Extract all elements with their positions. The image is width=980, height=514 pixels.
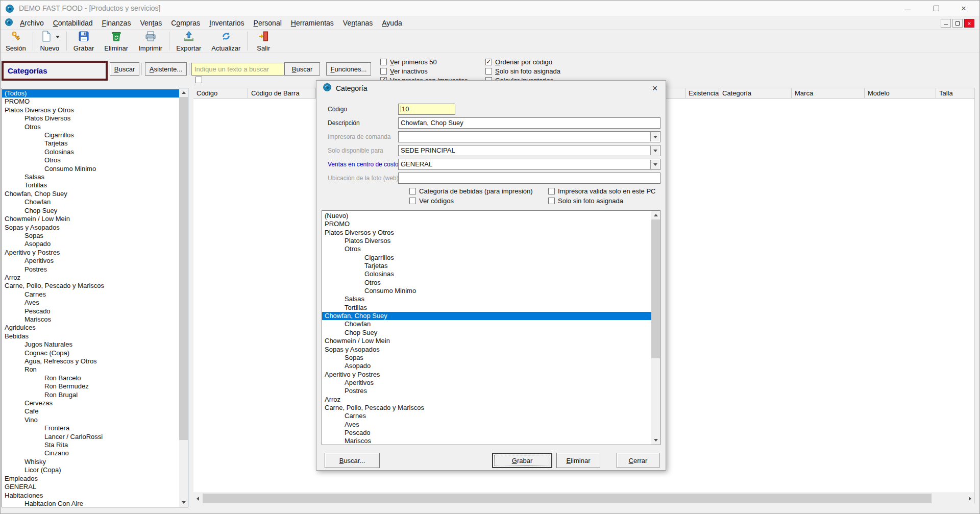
checkbox-box[interactable] bbox=[409, 198, 416, 204]
scroll-down-arrow[interactable] bbox=[179, 498, 188, 507]
tree-item[interactable]: Chop Suey bbox=[2, 207, 180, 215]
tree-item[interactable]: Ron Barcelo bbox=[2, 374, 180, 382]
checkbox-categor-a-de-bebidas-para-impresi-n-[interactable]: Categoría de bebidas (para impresión) bbox=[409, 187, 533, 195]
tree-item[interactable]: Habitaciones bbox=[2, 492, 180, 500]
tree-item[interactable]: Mariscos bbox=[2, 315, 180, 324]
toolbar-sesin-button[interactable]: Sesión bbox=[1, 30, 31, 53]
checkbox-solo-sin-foto-asignada[interactable]: Solo sin foto asignada bbox=[485, 67, 560, 76]
tree-item[interactable]: Sopas y Asopados bbox=[322, 346, 651, 354]
tree-item[interactable]: Sta Rita bbox=[2, 441, 180, 449]
tree-item[interactable]: Ron Bermudez bbox=[2, 382, 180, 390]
maximize-button[interactable] bbox=[923, 1, 949, 16]
dialog-cerrar-button[interactable]: Cerrar bbox=[617, 453, 659, 468]
minimize-button[interactable] bbox=[895, 1, 920, 16]
dialog-category-list[interactable]: (Nuevo)PROMOPlatos Diversos y OtrosPlato… bbox=[322, 210, 660, 445]
scroll-up-arrow[interactable] bbox=[651, 211, 660, 219]
dialog-list-scrollbar[interactable] bbox=[651, 211, 660, 445]
tree-item[interactable]: Pescado bbox=[2, 307, 180, 315]
menu-archivo[interactable]: Archivo bbox=[15, 17, 48, 29]
buscar-button[interactable]: Buscar bbox=[110, 62, 139, 76]
tree-item[interactable]: Aves bbox=[2, 299, 180, 307]
toolbar-eliminar-button[interactable]: Eliminar bbox=[99, 30, 133, 53]
tree-item[interactable]: Pescado bbox=[322, 429, 651, 437]
tree-item[interactable]: Golosinas bbox=[2, 148, 180, 156]
tree-item[interactable]: Arroz bbox=[322, 396, 651, 404]
combo-dropdown-button[interactable] bbox=[650, 132, 659, 141]
dialog-grabar-button[interactable]: Grabar bbox=[492, 453, 552, 468]
menu-compras[interactable]: Compras bbox=[166, 17, 205, 29]
checkbox-box[interactable] bbox=[548, 198, 555, 204]
tree-item[interactable]: Platos Diversos bbox=[322, 237, 651, 245]
input-ubicaci-n-de-la-foto-web-[interactable] bbox=[398, 173, 660, 184]
search-buscar-button[interactable]: Buscar bbox=[284, 62, 320, 76]
tree-item[interactable]: Ron bbox=[2, 365, 180, 374]
tree-item[interactable]: Sopas bbox=[322, 354, 651, 362]
tree-item[interactable]: Bebidas bbox=[2, 332, 180, 340]
tree-item[interactable]: Ron Brugal bbox=[2, 391, 180, 399]
asistente-button[interactable]: Asistente... bbox=[145, 62, 187, 76]
dropdown-arrow-icon[interactable] bbox=[56, 36, 60, 38]
column-header-c-digo-de-barra[interactable]: Código de Barra bbox=[248, 88, 316, 98]
tree-item[interactable]: Asopado bbox=[322, 362, 651, 370]
tree-item[interactable]: Chowfan bbox=[322, 320, 651, 328]
combo-dropdown-button[interactable] bbox=[650, 146, 659, 155]
dialog-close-button[interactable]: × bbox=[649, 83, 660, 94]
toolbar-exportar-button[interactable]: Exportar bbox=[171, 30, 206, 53]
combo-ventas-en-centro-de-costo[interactable]: GENERAL bbox=[398, 159, 660, 170]
tree-item[interactable]: Licor (Copa) bbox=[2, 466, 180, 474]
tree-item[interactable]: Postres bbox=[2, 265, 180, 274]
tree-vertical-scrollbar[interactable] bbox=[179, 88, 188, 507]
funciones-button[interactable]: Funciones... bbox=[326, 62, 371, 76]
tree-item[interactable]: Jugos Naturales bbox=[2, 340, 180, 349]
checkbox-box[interactable] bbox=[548, 188, 555, 194]
tree-item[interactable]: Carnes bbox=[322, 412, 651, 420]
tree-item[interactable]: Carnes bbox=[2, 290, 180, 299]
tree-item[interactable]: Tarjetas bbox=[322, 262, 651, 270]
dialog-buscar-button[interactable]: Buscar... bbox=[325, 453, 380, 468]
tree-item[interactable]: Chop Suey bbox=[322, 329, 651, 337]
tree-item[interactable]: Cigarrillos bbox=[322, 254, 651, 262]
scrollbar-thumb[interactable] bbox=[203, 494, 932, 503]
tree-item[interactable]: Aperitivos bbox=[322, 379, 651, 387]
tree-item[interactable]: Sopas y Asopados bbox=[2, 224, 180, 232]
tree-item[interactable]: PROMO bbox=[2, 97, 180, 106]
tree-item[interactable]: Postres bbox=[322, 387, 651, 395]
menu-herramientas[interactable]: Herramientas bbox=[286, 17, 338, 29]
tree-item[interactable]: Lancer / CarloRossi bbox=[2, 433, 180, 441]
scroll-down-arrow[interactable] bbox=[651, 436, 660, 445]
tree-item[interactable]: Mariscos bbox=[322, 437, 651, 445]
tree-item[interactable]: Aperitivos bbox=[2, 257, 180, 265]
scroll-right-arrow[interactable] bbox=[966, 494, 974, 503]
checkbox-box[interactable]: ✓ bbox=[485, 59, 492, 65]
search-input[interactable] bbox=[191, 63, 284, 76]
field-label-ventas-en-centro-de-costo[interactable]: Ventas en centro de costo bbox=[328, 159, 397, 170]
dialog-eliminar-button[interactable]: Eliminar bbox=[556, 453, 600, 468]
toolbar-nuevo-button[interactable]: Nuevo bbox=[35, 30, 65, 53]
checkbox-box[interactable] bbox=[380, 59, 387, 65]
scrollbar-thumb[interactable] bbox=[179, 97, 188, 440]
checkbox-box[interactable] bbox=[485, 68, 492, 75]
tree-item[interactable]: Vino bbox=[2, 416, 180, 424]
scrollbar-thumb[interactable] bbox=[651, 219, 660, 358]
tree-item[interactable]: Tortillas bbox=[2, 181, 180, 189]
checkbox-ver-primeros-50[interactable]: Ver primeros 50 bbox=[380, 58, 437, 66]
tree-item[interactable]: Golosinas bbox=[322, 270, 651, 278]
menu-ayuda[interactable]: Ayuda bbox=[377, 17, 406, 29]
tree-item[interactable]: Cafe bbox=[2, 407, 180, 415]
menu-inventarios[interactable]: Inventarios bbox=[205, 17, 249, 29]
tree-item[interactable]: (Todos) bbox=[2, 89, 180, 97]
tree-item[interactable]: Cigarrillos bbox=[2, 131, 180, 139]
menu-contabilidad[interactable]: Contabilidad bbox=[48, 17, 97, 29]
combo-impresora-de-comanda[interactable] bbox=[398, 131, 660, 142]
tree-item[interactable]: Otros bbox=[322, 245, 651, 253]
input-descripci-n[interactable]: Chowfan, Chop Suey bbox=[398, 117, 660, 129]
toolbar-imprimir-button[interactable]: Imprimir bbox=[133, 30, 167, 53]
menu-ventanas[interactable]: Ventanas bbox=[338, 17, 377, 29]
checkbox-solo-sin-foto-asignada[interactable]: Solo sin foto asignada bbox=[548, 197, 623, 205]
tree-item[interactable]: Aperitivo y Postres bbox=[2, 249, 180, 257]
checkbox-impresora-valida-solo-en-este-pc[interactable]: Impresora valida solo en este PC bbox=[548, 187, 655, 195]
tree-item[interactable]: Tarjetas bbox=[2, 139, 180, 148]
toolbar-salir-button[interactable]: Salir bbox=[249, 30, 278, 53]
checkbox-box[interactable] bbox=[409, 188, 416, 194]
grid-horizontal-scrollbar[interactable] bbox=[193, 493, 974, 503]
